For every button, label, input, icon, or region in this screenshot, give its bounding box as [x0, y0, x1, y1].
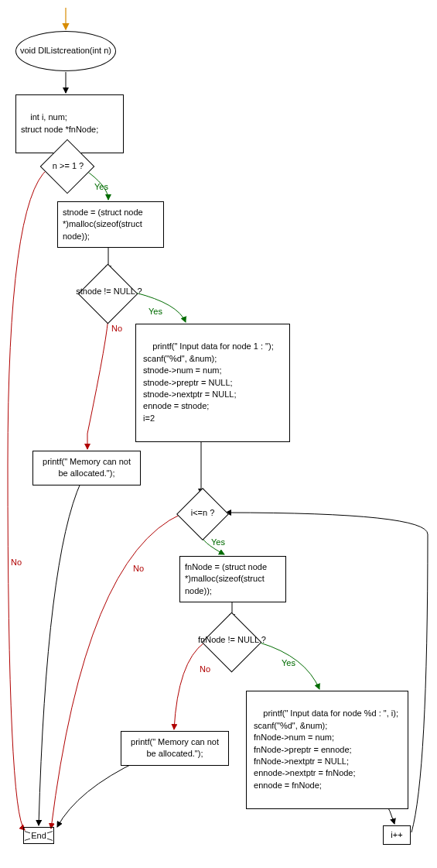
- node-decls-label: int i, num; struct node *fnNode;: [21, 112, 98, 133]
- node-alloc-stnode-label: stnode = (struct node *)malloc(sizeof(st…: [63, 208, 143, 241]
- node-alloc-fnnode: fnNode = (struct node *)malloc(sizeof(st…: [179, 556, 286, 602]
- edge-label-yes: Yes: [211, 537, 225, 547]
- node-init-next-label: printf(" Input data for node %d : ", i);…: [251, 708, 398, 789]
- node-start: void DlListcreation(int n): [15, 31, 116, 71]
- edge-label-yes: Yes: [149, 307, 162, 316]
- node-end-label: End: [30, 831, 47, 840]
- node-cond-fnnode-label: fnNode != NULL ?: [188, 635, 276, 645]
- node-cond-stnode-label: stnode != NULL ?: [66, 286, 152, 297]
- node-end: End: [23, 827, 54, 844]
- node-err1: printf(" Memory can not be allocated.");: [32, 451, 141, 485]
- flowchart-canvas: void DlListcreation(int n) int i, num; s…: [0, 0, 437, 868]
- edge-label-no: No: [133, 564, 144, 573]
- node-alloc-fnnode-label: fnNode = (struct node *)malloc(sizeof(st…: [185, 562, 267, 595]
- node-err2: printf(" Memory can not be allocated.");: [121, 731, 229, 766]
- node-alloc-stnode: stnode = (struct node *)malloc(sizeof(st…: [57, 201, 164, 248]
- node-init-first-label: printf(" Input data for node 1 : "); sca…: [141, 341, 274, 422]
- edge-label-no: No: [11, 558, 22, 567]
- node-err2-label: printf(" Memory can not be allocated.");: [131, 737, 219, 758]
- node-err1-label: printf(" Memory can not be allocated.");: [43, 457, 131, 478]
- edge-label-yes: Yes: [94, 182, 108, 191]
- node-start-label: void DlListcreation(int n): [20, 46, 111, 56]
- edge-label-yes: Yes: [282, 658, 295, 667]
- node-incr-label: i++: [391, 830, 402, 839]
- edge-label-no: No: [200, 664, 210, 674]
- node-cond-n-label: n >= 1 ?: [38, 161, 98, 171]
- node-init-first: printf(" Input data for node 1 : "); sca…: [135, 324, 290, 442]
- node-cond-loop-label: i<=n ?: [182, 508, 224, 518]
- node-init-next: printf(" Input data for node %d : ", i);…: [246, 691, 408, 809]
- node-incr: i++: [383, 825, 411, 845]
- edge-label-no: No: [111, 324, 122, 333]
